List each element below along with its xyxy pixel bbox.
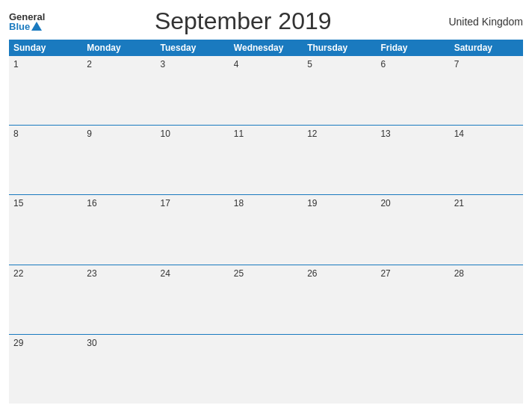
calendar-cell: 8 bbox=[9, 125, 82, 194]
day-number: 4 bbox=[234, 59, 239, 69]
day-number: 16 bbox=[87, 198, 96, 208]
day-number: 11 bbox=[234, 129, 244, 139]
calendar-cell: 13 bbox=[376, 125, 449, 194]
day-number: 23 bbox=[87, 268, 96, 279]
calendar-cell: 27 bbox=[376, 265, 449, 334]
calendar-cell: 16 bbox=[82, 195, 155, 265]
day-number: 26 bbox=[307, 268, 317, 279]
weekday-header: Friday bbox=[376, 40, 449, 56]
calendar-cell: 26 bbox=[303, 265, 376, 334]
weekday-header: Wednesday bbox=[229, 40, 303, 56]
day-number: 12 bbox=[307, 129, 317, 139]
week-row: 15161718192021 bbox=[9, 195, 523, 265]
calendar-cell: 3 bbox=[156, 56, 229, 125]
calendar-cell: 2 bbox=[82, 56, 155, 125]
calendar-cell: 17 bbox=[156, 195, 229, 265]
day-number: 1 bbox=[13, 59, 19, 69]
day-number: 7 bbox=[454, 59, 460, 69]
calendar-cell: 10 bbox=[156, 125, 229, 194]
calendar-cell: 30 bbox=[82, 335, 155, 404]
weekday-row: SundayMondayTuesdayWednesdayThursdayFrid… bbox=[9, 40, 523, 56]
week-row: 2930 bbox=[9, 335, 523, 404]
calendar-cell: 22 bbox=[9, 265, 82, 334]
calendar-cell: 25 bbox=[229, 265, 303, 334]
logo-blue-text: Blue bbox=[9, 22, 42, 31]
calendar-header-row: SundayMondayTuesdayWednesdayThursdayFrid… bbox=[9, 40, 523, 56]
day-number: 8 bbox=[13, 129, 19, 139]
region-label: United Kingdom bbox=[441, 16, 523, 28]
day-number: 14 bbox=[454, 129, 464, 139]
calendar-cell: 9 bbox=[82, 125, 155, 194]
calendar-cell: 24 bbox=[156, 265, 229, 334]
calendar-page: General Blue September 2019 United Kingd… bbox=[0, 0, 532, 411]
day-number: 19 bbox=[307, 198, 317, 208]
weekday-header: Thursday bbox=[303, 40, 376, 56]
calendar-cell: 5 bbox=[303, 56, 376, 125]
calendar-cell bbox=[229, 335, 303, 404]
calendar-cell: 29 bbox=[9, 335, 82, 404]
calendar-cell: 28 bbox=[450, 265, 523, 334]
calendar-cell: 7 bbox=[450, 56, 523, 125]
day-number: 2 bbox=[87, 59, 92, 69]
calendar-cell: 6 bbox=[376, 56, 449, 125]
day-number: 5 bbox=[307, 59, 312, 69]
calendar-cell: 12 bbox=[303, 125, 376, 194]
day-number: 13 bbox=[380, 129, 390, 139]
logo-general-text: General bbox=[9, 12, 45, 22]
logo-triangle-icon bbox=[31, 22, 42, 31]
calendar-title: September 2019 bbox=[45, 7, 441, 35]
day-number: 28 bbox=[454, 268, 464, 279]
week-row: 22232425262728 bbox=[9, 265, 523, 334]
calendar-cell: 15 bbox=[9, 195, 82, 265]
calendar-cell bbox=[376, 335, 449, 404]
calendar-cell: 14 bbox=[450, 125, 523, 194]
day-number: 10 bbox=[161, 129, 170, 139]
calendar-cell: 21 bbox=[450, 195, 523, 265]
day-number: 3 bbox=[161, 59, 166, 69]
day-number: 20 bbox=[380, 198, 390, 208]
day-number: 15 bbox=[13, 198, 23, 208]
calendar-body: 1234567891011121314151617181920212223242… bbox=[9, 56, 523, 404]
day-number: 6 bbox=[380, 59, 386, 69]
calendar-cell bbox=[450, 335, 523, 404]
calendar-cell: 23 bbox=[82, 265, 155, 334]
calendar-cell: 4 bbox=[229, 56, 303, 125]
day-number: 27 bbox=[380, 268, 390, 279]
weekday-header: Tuesday bbox=[156, 40, 229, 56]
day-number: 24 bbox=[161, 268, 170, 279]
calendar-header: General Blue September 2019 United Kingd… bbox=[9, 7, 523, 35]
day-number: 9 bbox=[87, 129, 92, 139]
calendar-cell: 18 bbox=[229, 195, 303, 265]
calendar-cell: 20 bbox=[376, 195, 449, 265]
calendar-cell: 1 bbox=[9, 56, 82, 125]
day-number: 17 bbox=[161, 198, 170, 208]
day-number: 21 bbox=[454, 198, 464, 208]
week-row: 1234567 bbox=[9, 56, 523, 125]
weekday-header: Saturday bbox=[450, 40, 523, 56]
calendar-cell bbox=[303, 335, 376, 404]
week-row: 891011121314 bbox=[9, 125, 523, 194]
calendar-table: SundayMondayTuesdayWednesdayThursdayFrid… bbox=[9, 40, 523, 404]
day-number: 18 bbox=[234, 198, 244, 208]
day-number: 22 bbox=[13, 268, 23, 279]
calendar-cell: 19 bbox=[303, 195, 376, 265]
day-number: 25 bbox=[234, 268, 244, 279]
logo: General Blue bbox=[9, 12, 45, 31]
calendar-cell bbox=[156, 335, 229, 404]
weekday-header: Monday bbox=[82, 40, 155, 56]
day-number: 29 bbox=[13, 338, 23, 348]
weekday-header: Sunday bbox=[9, 40, 82, 56]
day-number: 30 bbox=[87, 338, 96, 348]
calendar-cell: 11 bbox=[229, 125, 303, 194]
